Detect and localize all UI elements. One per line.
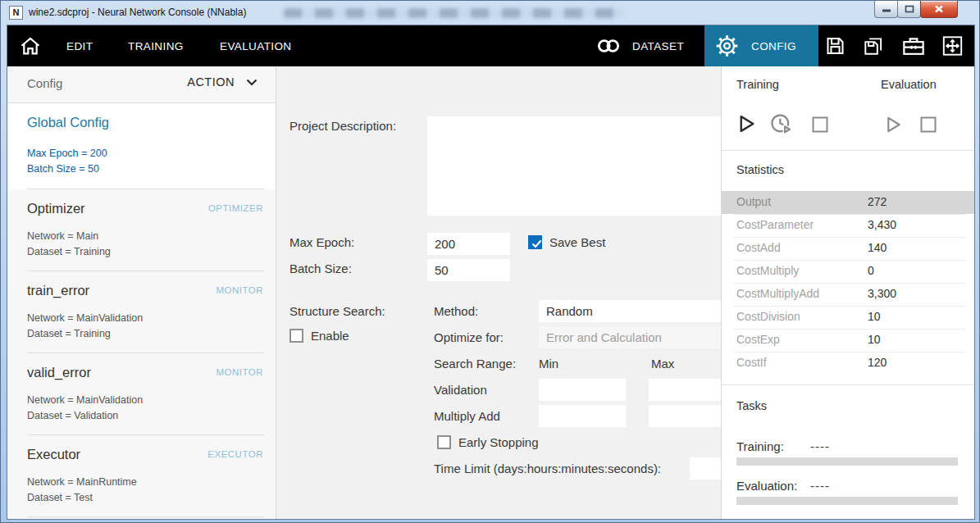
main-navbar: EDIT TRAINING EVALUATION DATASET <box>7 25 974 66</box>
enable-checkbox[interactable] <box>289 329 303 343</box>
save-icon[interactable] <box>824 35 846 57</box>
validation-min-input[interactable] <box>539 379 626 401</box>
statistics-row-costmultiplyadd[interactable]: CostMultiplyAdd 3,300 <box>722 283 974 306</box>
stop-training-button[interactable] <box>811 116 829 137</box>
task-evaluation-status: ---- <box>810 479 830 493</box>
home-icon[interactable] <box>19 34 42 57</box>
client-area: EDIT TRAINING EVALUATION DATASET <box>7 25 974 519</box>
sidebar-item-train-error[interactable]: train_error MONITOR Network = MainValida… <box>7 271 276 353</box>
minimize-button[interactable] <box>874 1 898 18</box>
training-section-header: Training <box>736 78 779 91</box>
sidebar-item-global-config[interactable]: Global Config Max Epoch = 200 Batch Size… <box>7 103 276 189</box>
statistics-row-costparameter[interactable]: CostParameter 3,430 <box>722 214 974 237</box>
gear-icon <box>716 35 738 57</box>
optimize-for-input[interactable] <box>539 326 722 348</box>
resume-training-button[interactable] <box>768 112 795 139</box>
tab-training[interactable]: TRAINING <box>128 25 184 66</box>
check-icon <box>528 235 545 252</box>
maximize-button[interactable] <box>897 1 921 18</box>
stop-evaluation-button[interactable] <box>919 116 937 137</box>
early-stopping-label: Early Stopping <box>458 435 539 449</box>
statistics-row-costif[interactable]: CostIf 120 <box>722 352 974 375</box>
statistics-row-costmultiply[interactable]: CostMultiply 0 <box>722 260 974 283</box>
tab-dataset[interactable]: DATASET <box>632 25 684 66</box>
clock-play-icon <box>768 112 795 136</box>
method-label: Method: <box>434 304 478 318</box>
minimize-icon <box>882 6 891 13</box>
evaluation-section-header: Evaluation <box>881 78 937 91</box>
tab-config[interactable]: CONFIG <box>704 25 818 66</box>
project-description-input[interactable] <box>427 116 722 216</box>
batch-size-input[interactable] <box>427 259 510 281</box>
sidebar-header: Config ACTION <box>7 66 276 103</box>
statistics-row-costadd[interactable]: CostAdd 140 <box>722 237 974 260</box>
save-best-label: Save Best <box>549 235 605 249</box>
divider <box>722 384 974 385</box>
item-type-badge: MONITOR <box>216 285 263 295</box>
toolbox-icon[interactable] <box>901 35 926 57</box>
close-button[interactable] <box>920 1 958 18</box>
max-column-header: Max <box>651 357 674 371</box>
multiply-add-min-input[interactable] <box>539 405 626 427</box>
multiply-add-max-input[interactable] <box>649 405 722 427</box>
expand-window-icon[interactable] <box>941 35 964 57</box>
multiply-add-label: Multiply Add <box>434 409 500 423</box>
run-training-button[interactable] <box>736 113 757 138</box>
evaluation-progress-bar <box>736 497 958 505</box>
sidebar-item-detail: Dataset = Validation <box>27 408 143 424</box>
sidebar-item-optimizer[interactable]: Optimizer OPTIMIZER Network = Main Datas… <box>7 189 276 271</box>
tasks-header: Tasks <box>736 399 767 412</box>
redacted-text <box>284 8 624 18</box>
sidebar-item-detail: Dataset = Test <box>27 490 137 506</box>
item-type-badge: OPTIMIZER <box>208 203 263 213</box>
optimize-for-label: Optimize for: <box>434 330 504 344</box>
action-dropdown[interactable]: ACTION <box>187 75 258 89</box>
statistics-row-costdivision[interactable]: CostDivision 10 <box>722 306 974 329</box>
title-bar[interactable]: N wine2.sdcproj - Neural Network Console… <box>1 1 979 25</box>
save-as-icon[interactable] <box>862 34 885 57</box>
app-window: N wine2.sdcproj - Neural Network Console… <box>0 0 980 523</box>
time-limit-input[interactable] <box>690 457 722 480</box>
chevron-down-icon <box>246 79 258 86</box>
sidebar-item-valid-error[interactable]: valid_error MONITOR Network = MainValida… <box>7 353 276 435</box>
sidebar-title: Config <box>27 76 62 90</box>
batch-size-label: Batch Size: <box>289 262 352 275</box>
run-panel: Training Evaluation St <box>722 66 974 519</box>
sidebar-item-detail: Dataset = Training <box>27 244 111 260</box>
task-training-label: Training: <box>736 439 784 453</box>
sidebar-item-detail: Network = MainRuntime <box>27 475 137 490</box>
run-evaluation-button[interactable] <box>884 115 903 138</box>
min-column-header: Min <box>539 357 558 371</box>
task-evaluation-label: Evaluation: <box>736 479 797 493</box>
sidebar-item-detail: Dataset = Training <box>27 326 143 342</box>
divider <box>722 150 974 151</box>
tab-edit[interactable]: EDIT <box>66 25 93 66</box>
validation-max-input[interactable] <box>649 379 722 401</box>
config-sidebar: Config ACTION Global Config Max Epoch = … <box>7 66 276 519</box>
statistics-row-output[interactable]: Output 272 <box>722 191 974 214</box>
stop-icon <box>919 116 937 134</box>
sidebar-item-detail: Batch Size = 50 <box>27 161 107 177</box>
tab-config-label: CONFIG <box>751 25 796 66</box>
sidebar-item-detail: Max Epoch = 200 <box>27 146 107 161</box>
window-title: wine2.sdcproj - Neural Network Console (… <box>29 7 246 18</box>
statistics-header: Statistics <box>736 163 784 176</box>
early-stopping-checkbox[interactable] <box>437 435 451 449</box>
sidebar-item-detail: Network = Main <box>27 229 111 244</box>
dataset-link-icon <box>595 37 622 55</box>
app-icon: N <box>9 6 23 20</box>
training-progress-bar <box>736 457 958 466</box>
sidebar-item-detail: Network = MainValidation <box>27 311 143 326</box>
enable-label: Enable <box>311 329 349 343</box>
item-type-badge: MONITOR <box>216 367 263 377</box>
config-form: Project Description: Max Epoch: Save Bes… <box>276 66 722 519</box>
method-select[interactable] <box>539 300 722 322</box>
statistics-row-costexp[interactable]: CostExp 10 <box>722 329 974 352</box>
sidebar-item-executor[interactable]: Executor EXECUTOR Network = MainRuntime … <box>7 435 276 517</box>
item-type-badge: EXECUTOR <box>207 449 263 459</box>
max-epoch-label: Max Epoch: <box>289 235 354 249</box>
close-icon <box>934 5 944 14</box>
tab-evaluation[interactable]: EVALUATION <box>220 25 292 66</box>
max-epoch-input[interactable] <box>427 233 510 255</box>
save-best-checkbox[interactable] <box>528 235 542 249</box>
